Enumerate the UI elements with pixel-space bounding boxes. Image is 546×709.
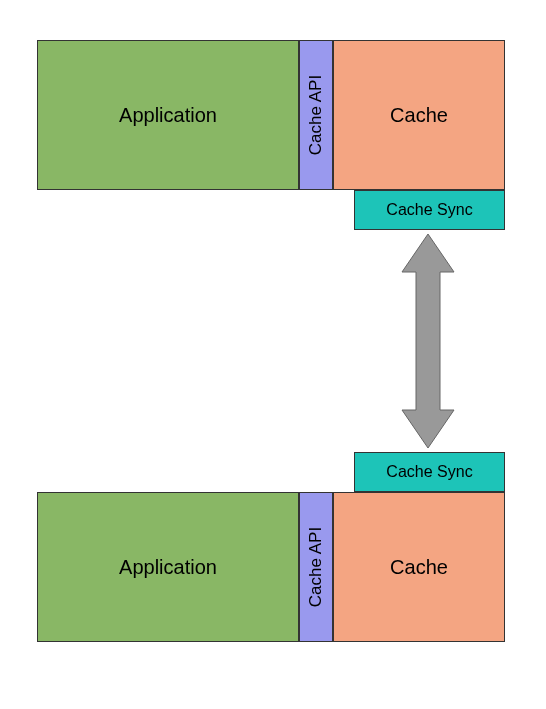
cache-block-top: Cache [333, 40, 505, 190]
cache-api-label-top: Cache API [306, 75, 326, 155]
cache-sync-block-bottom: Cache Sync [354, 452, 505, 492]
sync-arrow-icon [398, 232, 458, 450]
cache-api-block-bottom: Cache API [299, 492, 333, 642]
cache-sync-block-top: Cache Sync [354, 190, 505, 230]
application-block-top: Application [37, 40, 299, 190]
svg-marker-0 [402, 234, 454, 448]
cache-block-bottom: Cache [333, 492, 505, 642]
cache-api-label-bottom: Cache API [306, 527, 326, 607]
application-block-bottom: Application [37, 492, 299, 642]
cache-api-block-top: Cache API [299, 40, 333, 190]
